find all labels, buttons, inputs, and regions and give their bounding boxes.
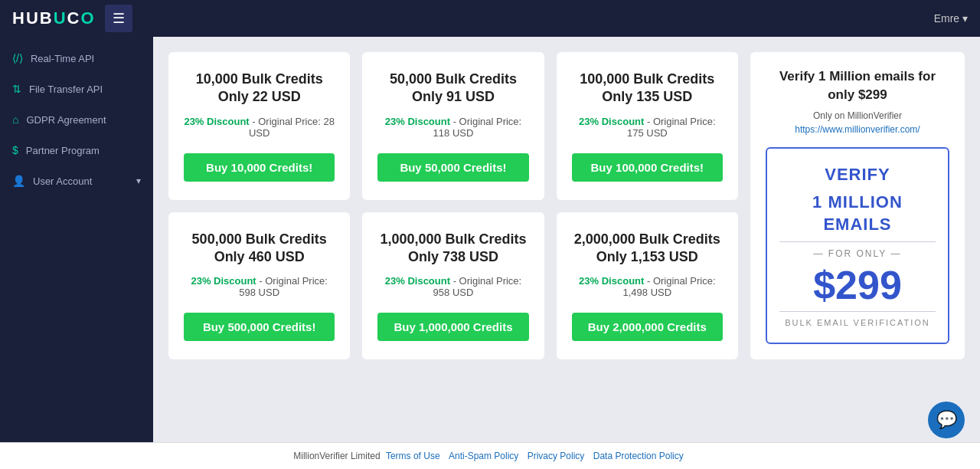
user-dropdown-icon: ▾ <box>962 12 968 25</box>
buy-100k-button[interactable]: Buy 100,000 Credits! <box>572 153 723 182</box>
card-500k-discount: 23% Discount - Original Price: 598 USD <box>184 275 335 298</box>
sidebar-item-label: Partner Program <box>26 145 100 156</box>
promo-subtitle: Only on MillionVerifier <box>813 110 902 121</box>
promo-card: Verify 1 Million emails for only $299 On… <box>750 52 965 359</box>
dollar-icon: $ <box>12 144 18 156</box>
layout: ⟨/⟩ Real-Time API ⇅ File Transfer API ⌂ … <box>0 37 980 442</box>
header-left: HUBUCO ☰ <box>12 5 132 32</box>
buy-10k-button[interactable]: Buy 10,000 Credits! <box>184 153 335 182</box>
sidebar-item-user-account[interactable]: 👤 User Account ▾ <box>0 166 153 196</box>
promo-price: $299 <box>779 265 936 305</box>
card-10k: 10,000 Bulk Credits Only 22 USD 23% Disc… <box>168 52 350 200</box>
sidebar-item-label: User Account <box>33 175 92 187</box>
card-10k-discount: 23% Discount - Original Price: 28 USD <box>184 116 335 139</box>
logo: HUBUCO <box>12 8 96 28</box>
footer-company: MillionVerifier Limited <box>293 451 380 461</box>
sidebar: ⟨/⟩ Real-Time API ⇅ File Transfer API ⌂ … <box>0 37 153 442</box>
cards-grid: 10,000 Bulk Credits Only 22 USD 23% Disc… <box>168 52 965 359</box>
user-name: Emre <box>934 12 959 25</box>
card-10k-title: 10,000 Bulk Credits Only 22 USD <box>196 71 323 107</box>
sidebar-item-label: GDPR Agreement <box>26 114 106 126</box>
promo-title: Verify 1 Million emails for only $299 <box>766 67 949 104</box>
promo-for-only: — FOR ONLY — <box>779 248 936 259</box>
footer-link-terms[interactable]: Terms of Use <box>386 451 440 461</box>
user-icon: 👤 <box>12 175 25 187</box>
promo-verify-line1: VERIFY <box>779 164 936 186</box>
card-1m-discount: 23% Discount - Original Price: 958 USD <box>377 275 528 298</box>
sidebar-item-partner[interactable]: $ Partner Program <box>0 135 153 166</box>
user-menu[interactable]: Emre ▾ <box>934 12 968 25</box>
promo-bulk-label: BULK EMAIL VERIFICATION <box>779 318 936 327</box>
card-500k: 500,000 Bulk Credits Only 460 USD 23% Di… <box>168 212 350 360</box>
main-content: 10,000 Bulk Credits Only 22 USD 23% Disc… <box>153 37 980 442</box>
promo-box: VERIFY 1 MILLION EMAILS — FOR ONLY — $29… <box>766 147 949 345</box>
sidebar-item-label: File Transfer API <box>29 84 103 95</box>
sidebar-item-realtime-api[interactable]: ⟨/⟩ Real-Time API <box>0 43 153 74</box>
sidebar-item-label: Real-Time API <box>31 53 94 64</box>
card-500k-title: 500,000 Bulk Credits Only 460 USD <box>192 231 327 267</box>
transfer-icon: ⇅ <box>12 83 21 95</box>
footer-link-data-protection[interactable]: Data Protection Policy <box>593 451 684 461</box>
sidebar-item-file-transfer-api[interactable]: ⇅ File Transfer API <box>0 74 153 104</box>
card-50k-title: 50,000 Bulk Credits Only 91 USD <box>390 71 517 107</box>
card-100k: 100,000 Bulk Credits Only 135 USD 23% Di… <box>557 52 738 200</box>
card-2m: 2,000,000 Bulk Credits Only 1,153 USD 23… <box>557 212 738 360</box>
promo-link[interactable]: https://www.millionverifier.com/ <box>795 124 920 135</box>
chat-icon: 💬 <box>936 410 957 430</box>
card-1m-title: 1,000,000 Bulk Credits Only 738 USD <box>380 231 526 267</box>
buy-500k-button[interactable]: Buy 500,000 Credits! <box>184 313 335 341</box>
card-1m: 1,000,000 Bulk Credits Only 738 USD 23% … <box>362 212 544 360</box>
footer-link-antispam[interactable]: Anti-Spam Policy <box>449 451 518 461</box>
card-2m-discount: 23% Discount - Original Price: 1,498 USD <box>572 275 723 298</box>
sidebar-item-user-account-left: 👤 User Account <box>12 175 92 187</box>
buy-2m-button[interactable]: Buy 2,000,000 Credits <box>572 313 723 341</box>
buy-1m-button[interactable]: Buy 1,000,000 Credits <box>377 313 528 341</box>
chevron-down-icon: ▾ <box>136 175 141 186</box>
hamburger-button[interactable]: ☰ <box>105 5 132 32</box>
buy-50k-button[interactable]: Buy 50,000 Credits! <box>377 153 528 182</box>
card-50k-discount: 23% Discount - Original Price: 118 USD <box>377 116 528 139</box>
gdpr-icon: ⌂ <box>12 113 18 126</box>
card-2m-title: 2,000,000 Bulk Credits Only 1,153 USD <box>574 231 720 267</box>
card-100k-title: 100,000 Bulk Credits Only 135 USD <box>580 71 714 107</box>
code-icon: ⟨/⟩ <box>12 52 23 64</box>
chat-bubble[interactable]: 💬 <box>928 402 965 438</box>
header: HUBUCO ☰ Emre ▾ <box>0 0 980 37</box>
promo-verify-line2: 1 MILLION EMAILS <box>779 192 936 235</box>
card-50k: 50,000 Bulk Credits Only 91 USD 23% Disc… <box>362 52 544 200</box>
footer: MillionVerifier Limited Terms of Use Ant… <box>0 442 980 469</box>
footer-link-privacy[interactable]: Privacy Policy <box>528 451 585 461</box>
sidebar-item-gdpr[interactable]: ⌂ GDPR Agreement <box>0 104 153 135</box>
card-100k-discount: 23% Discount - Original Price: 175 USD <box>572 116 723 139</box>
